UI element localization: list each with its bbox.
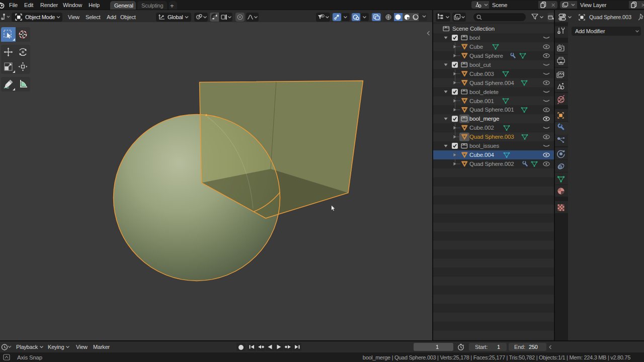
svg-text:Scene Collection: Scene Collection xyxy=(452,26,495,32)
svg-text:Cube.002: Cube.002 xyxy=(469,125,494,131)
svg-text:bool: bool xyxy=(469,35,480,41)
svg-text:Cube: Cube xyxy=(469,44,483,50)
svg-text:Cube.001: Cube.001 xyxy=(469,98,494,104)
svg-text:Quad Sphere: Quad Sphere xyxy=(469,53,503,59)
svg-text:Cube.004: Cube.004 xyxy=(469,152,494,158)
svg-text:bool_delete: bool_delete xyxy=(469,89,499,95)
svg-text:Quad Sphere.003: Quad Sphere.003 xyxy=(469,134,514,140)
svg-text:Quad Sphere.002: Quad Sphere.002 xyxy=(469,161,514,167)
svg-text:Quad Sphere.004: Quad Sphere.004 xyxy=(469,80,514,86)
svg-text:bool_cut: bool_cut xyxy=(469,62,491,68)
svg-text:Cube.003: Cube.003 xyxy=(469,71,494,77)
svg-text:bool_issues: bool_issues xyxy=(469,143,499,149)
svg-text:Quad Sphere.001: Quad Sphere.001 xyxy=(469,107,514,113)
svg-text:bool_merge: bool_merge xyxy=(469,116,499,122)
